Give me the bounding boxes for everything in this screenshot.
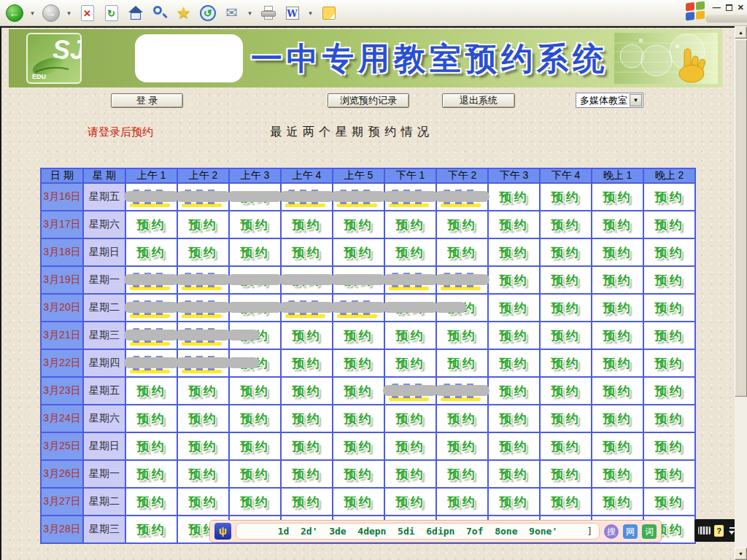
reserve-link[interactable]: 预约 [344, 355, 374, 372]
reserve-link[interactable]: 预约 [344, 466, 374, 483]
reserve-link[interactable]: 预约 [396, 244, 425, 261]
search-icon[interactable] [150, 3, 169, 23]
reserve-link[interactable]: 预约 [293, 438, 322, 455]
reserve-link[interactable]: 预约 [396, 327, 425, 344]
reserve-link[interactable]: 预约 [293, 355, 322, 372]
back-caret-icon[interactable]: ▾ [28, 3, 36, 23]
langbar-minimize-icon[interactable] [729, 527, 735, 529]
reserve-link[interactable]: 预约 [344, 411, 374, 427]
reserve-link[interactable]: 预约 [293, 494, 322, 510]
reserve-link[interactable]: 预约 [344, 244, 374, 261]
reserve-link[interactable]: 预约 [655, 383, 684, 400]
reserve-link[interactable]: 预约 [189, 411, 218, 427]
mail-icon[interactable]: ✉ [222, 3, 241, 23]
login-button[interactable]: 登 录 [111, 93, 183, 108]
reserve-link[interactable]: 预约 [241, 466, 270, 483]
reserve-link[interactable]: 预约 [551, 300, 581, 316]
room-type-select[interactable]: 多媒体教室 ▼ [576, 93, 643, 108]
reserve-link[interactable]: 预约 [396, 438, 425, 455]
reserve-link[interactable]: 预约 [500, 244, 529, 261]
browse-records-button[interactable]: 浏览预约记录 [328, 93, 409, 108]
reserve-link[interactable]: 预约 [189, 244, 218, 261]
reserve-link[interactable]: 预约 [500, 272, 529, 289]
reserve-link[interactable]: 预约 [448, 217, 477, 233]
reserve-link[interactable]: 预约 [500, 189, 529, 206]
notes-icon[interactable] [319, 3, 338, 23]
ime-search-button[interactable]: 搜 [604, 524, 619, 539]
reserve-link[interactable]: 预约 [655, 244, 684, 261]
minimize-button[interactable]: — [713, 3, 721, 12]
reserve-link[interactable]: 预约 [293, 217, 322, 233]
reserve-link[interactable]: 预约 [241, 217, 270, 233]
ime-web-button[interactable]: 网 [623, 524, 638, 539]
reserve-link[interactable]: 预约 [189, 383, 218, 400]
stop-icon[interactable]: ✕ [77, 3, 97, 23]
reserve-link[interactable]: 预约 [344, 494, 374, 510]
reserve-link[interactable]: 预约 [189, 217, 218, 233]
reserve-link[interactable]: 预约 [396, 494, 425, 510]
restore-button[interactable] [726, 4, 732, 11]
reserve-link[interactable]: 预约 [603, 466, 632, 483]
reserve-link[interactable]: 预约 [293, 383, 322, 400]
reserve-link[interactable]: 预约 [603, 383, 632, 400]
reserve-link[interactable]: 预约 [189, 494, 218, 510]
reserve-link[interactable]: 预约 [344, 327, 374, 344]
reserve-link[interactable]: 预约 [137, 494, 166, 510]
reserve-link[interactable]: 预约 [603, 189, 632, 206]
reserve-link[interactable]: 预约 [396, 466, 425, 483]
reserve-link[interactable]: 预约 [655, 300, 684, 316]
reserve-link[interactable]: 预约 [137, 217, 166, 233]
reserve-link[interactable]: 预约 [500, 300, 529, 316]
reserve-link[interactable]: 预约 [189, 438, 218, 455]
back-icon[interactable]: ← [4, 3, 24, 23]
reserve-link[interactable]: 预约 [396, 355, 425, 372]
reserve-link[interactable]: 预约 [344, 217, 374, 233]
reserve-link[interactable]: 预约 [551, 327, 581, 344]
reserve-link[interactable]: 预约 [551, 355, 581, 372]
home-icon[interactable] [125, 3, 145, 23]
exit-system-button[interactable]: 退出系统 [442, 93, 515, 108]
reserve-link[interactable]: 预约 [603, 355, 632, 372]
reserve-link[interactable]: 预约 [500, 438, 529, 455]
close-button[interactable]: ✕ [738, 3, 744, 12]
history-icon[interactable]: ↺ [198, 3, 217, 23]
reserve-link[interactable]: 预约 [137, 383, 166, 400]
reserve-link[interactable]: 预约 [293, 411, 322, 427]
reserve-link[interactable]: 预约 [137, 438, 166, 455]
vertical-scrollbar[interactable]: ▲ ▼ [735, 26, 747, 560]
reserve-link[interactable]: 预约 [293, 466, 322, 483]
forward-caret-icon[interactable]: ▾ [65, 3, 73, 23]
reserve-link[interactable]: 预约 [241, 411, 270, 427]
ime-candidates[interactable]: 1d 2d' 3de 4depn 5di 6dipn 7of 8one 9one… [278, 526, 558, 537]
reserve-link[interactable]: 预约 [500, 411, 529, 427]
mail-caret-icon[interactable]: ▾ [246, 3, 254, 23]
reserve-link[interactable]: 预约 [344, 383, 374, 400]
reserve-link[interactable]: 预约 [603, 217, 632, 233]
reserve-link[interactable]: 预约 [603, 244, 632, 261]
scroll-up-icon[interactable]: ▲ [735, 26, 747, 39]
refresh-icon[interactable]: ↻ [101, 3, 121, 23]
reserve-link[interactable]: 预约 [396, 411, 425, 427]
reserve-link[interactable]: 预约 [448, 466, 477, 483]
edit-caret-icon[interactable]: ▾ [306, 3, 314, 23]
reserve-link[interactable]: 预约 [551, 272, 581, 289]
reserve-link[interactable]: 预约 [448, 327, 477, 344]
reserve-link[interactable]: 预约 [448, 494, 477, 510]
reserve-link[interactable]: 预约 [551, 217, 581, 233]
reserve-link[interactable]: 预约 [137, 244, 166, 261]
reserve-link[interactable]: 预约 [655, 494, 684, 510]
reserve-link[interactable]: 预约 [448, 411, 477, 427]
reserve-link[interactable]: 预约 [551, 411, 581, 427]
reserve-link[interactable]: 预约 [241, 438, 270, 455]
reserve-link[interactable]: 预约 [189, 466, 218, 483]
langbar-options-icon[interactable] [729, 531, 735, 534]
reserve-link[interactable]: 预约 [551, 244, 581, 261]
reserve-link[interactable]: 预约 [655, 411, 684, 427]
reserve-link[interactable]: 预约 [655, 217, 684, 233]
scroll-down-icon[interactable]: ▼ [735, 548, 747, 560]
reserve-link[interactable]: 预约 [500, 327, 529, 344]
reserve-link[interactable]: 预约 [344, 438, 374, 455]
help-icon[interactable]: ? [714, 525, 724, 537]
reserve-link[interactable]: 预约 [500, 466, 529, 483]
reserve-link[interactable]: 预约 [551, 383, 581, 400]
